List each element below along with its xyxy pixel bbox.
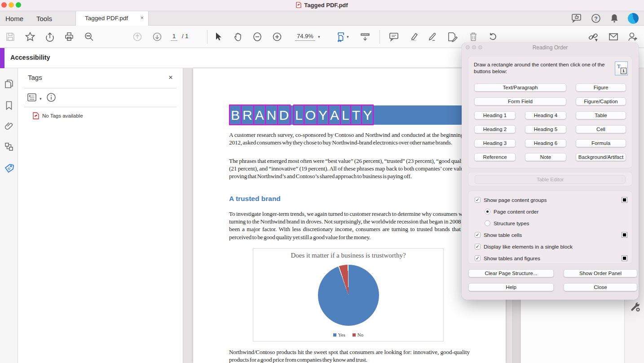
page-content-order-option[interactable]: Page content order [475,208,627,215]
tab-tools[interactable]: Tools [36,15,52,22]
figure-button[interactable]: Figure [576,83,626,92]
tags-panel-close-icon[interactable]: × [168,73,173,82]
display-like-elements-in-a-single-block-option[interactable]: ✓Display like elements in a single block [475,243,627,250]
next-page-icon[interactable] [151,31,163,43]
show-page-content-groups-option[interactable]: ✓Show page content groups [475,197,627,203]
heading-word: BRAND [229,105,290,125]
page-number-input[interactable]: 1 [171,33,177,41]
checkbox[interactable]: ✓ [475,197,481,203]
clear-page-structure-button[interactable]: Clear Page Structure... [468,269,554,277]
highlighter-icon[interactable] [408,31,419,43]
radio-button[interactable] [485,220,490,226]
tab-document[interactable]: Tagged PDF.pdf × [75,11,149,26]
heading-word: LOYALTY [293,105,373,125]
help-icon[interactable]: ? [591,13,601,24]
figure-caption-button[interactable]: Figure/Caption [576,97,626,105]
option-label: Show tables and figures [484,255,540,262]
fit-width-icon[interactable] [335,31,347,43]
zoom-in-icon[interactable] [271,31,283,43]
heading-1-button[interactable]: Heading 1 [474,111,516,119]
tab-home[interactable]: Home [5,15,23,22]
heading-4-button[interactable]: Heading 4 [525,111,566,119]
color-swatch[interactable] [622,197,627,203]
dialog-title: Reading Order [462,44,639,51]
reference-button[interactable]: Reference [474,153,516,161]
note-button[interactable]: Note [525,153,566,161]
close-button[interactable]: Close [564,283,637,291]
structure-types-option[interactable]: Structure types [475,220,627,227]
link-icon[interactable] [587,31,599,43]
star-icon[interactable] [24,31,36,43]
color-swatch[interactable] [622,255,627,261]
zoom-level-input[interactable]: 74.9% [295,33,315,41]
color-swatch[interactable] [622,232,627,238]
content-panel-icon[interactable] [4,141,14,152]
heading-6-button[interactable]: Heading 6 [525,139,566,147]
tab-close-icon[interactable]: × [140,14,144,21]
help-button[interactable]: Help [468,283,554,291]
structure-1-glyph: 1 [621,68,626,74]
form-field-button[interactable]: Form Field [474,97,566,105]
zoom-out-icon[interactable] [251,31,263,43]
share-upload-icon[interactable] [44,31,56,43]
page-thumbnails-icon[interactable] [4,79,14,89]
section-heading: A trusted brand [229,195,281,203]
radio-button[interactable] [485,209,490,214]
fit-width-caret-icon[interactable]: ▾ [347,35,349,39]
heading-3-button[interactable]: Heading 3 [474,139,516,147]
add-user-icon[interactable] [627,31,639,43]
table-editor-button[interactable]: Table Editor [475,175,626,184]
checkbox[interactable]: ✓ [475,244,481,249]
comment-icon[interactable] [388,31,400,43]
show-table-cells-option[interactable]: ✓Show table cells [475,232,627,238]
email-icon[interactable] [608,31,619,43]
attachments-icon[interactable] [4,121,14,131]
heading-letter-box: Y [361,105,374,125]
notifications-bell-icon[interactable] [609,13,620,24]
paragraph: Northwind/Contoso products hit the sweet… [229,348,470,363]
tags-info-icon[interactable] [46,92,57,103]
cell-button[interactable]: Cell [576,125,626,133]
save-icon[interactable] [4,31,16,43]
heading-letter-box: L [340,105,351,125]
formula-button[interactable]: Formula [576,139,626,147]
accessibility-title: Accessibility [10,54,50,61]
option-label: Page content order [494,209,538,215]
tags-options-icon[interactable] [27,93,39,103]
tags-panel-icon[interactable] [4,162,14,173]
document-title-banner: BRANDLOYALTY [229,105,470,125]
accessibility-accent-bar [0,48,4,68]
pie-chart-figure: Does it matter if a business is trustwor… [253,248,444,341]
checkbox[interactable]: ✓ [475,232,481,238]
tags-options-caret-icon[interactable]: ▾ [40,96,42,101]
previous-page-icon[interactable] [132,31,143,43]
customize-tools-icon[interactable] [629,301,641,312]
show-tables-and-figures-option[interactable]: ✓Show tables and figures [475,255,627,262]
sign-icon[interactable] [427,31,439,43]
search-icon[interactable] [83,31,95,43]
checkbox[interactable]: ✓ [475,255,481,261]
print-icon[interactable] [63,31,75,43]
show-order-panel-button[interactable]: Show Order Panel [564,269,637,277]
scrolling-mode-icon[interactable] [359,31,371,43]
heading-5-button[interactable]: Heading 5 [525,125,566,133]
hand-tool-icon[interactable] [232,31,244,43]
background-artifact-button[interactable]: Background/Artifact [576,153,626,161]
rotate-icon[interactable] [487,31,498,43]
bookmarks-icon[interactable] [4,100,14,111]
select-tool-icon[interactable] [212,31,224,43]
table-button[interactable]: Table [576,111,626,119]
heading-2-button[interactable]: Heading 2 [474,125,516,133]
heading-letter-box: T [350,105,362,125]
no-tags-label[interactable]: No Tags available [42,113,83,118]
svg-text:?: ? [594,16,597,22]
user-avatar[interactable] [628,13,639,24]
delete-pages-icon[interactable] [468,31,479,43]
feedback-icon[interactable] [571,13,583,24]
zoom-caret-icon[interactable]: ▾ [318,35,320,39]
paragraph: A customer research survey, co-sponsored… [229,131,470,155]
dialog-title-bar[interactable]: Reading Order [462,43,639,52]
pdf-page[interactable]: BRANDLOYALTY A customer research survey,… [193,68,506,363]
edit-page-icon[interactable] [447,31,459,43]
text-paragraph-button[interactable]: Text/Paragraph [474,83,566,92]
